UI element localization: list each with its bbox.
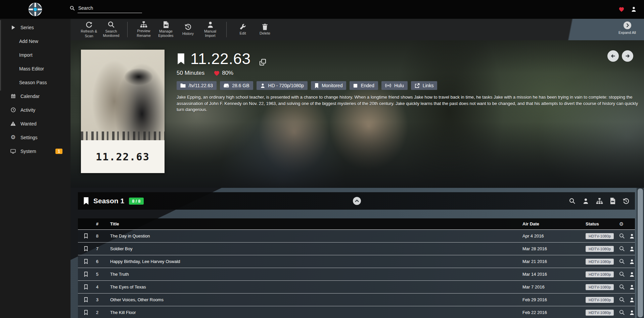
copy-icon[interactable] [259,59,266,66]
episode-search-icon[interactable] [619,310,625,315]
donate-heart-icon[interactable] [618,7,625,12]
episode-interactive-search-icon[interactable] [629,233,635,239]
path-badge[interactable]: /tv/11.22.63 [177,81,217,90]
episode-number: 3 [94,297,109,302]
sidebar-item-mass-editor[interactable]: Mass Editor [0,62,71,75]
episode-interactive-search-icon[interactable] [629,246,635,252]
person-icon [260,83,265,88]
episode-row[interactable]: 8 The Day in Question Apr 4 2016 HDTV-10… [78,230,635,243]
status-badge[interactable]: Ended [350,81,378,90]
scrollbar-thumb[interactable] [638,189,643,317]
season-header[interactable]: Season 1 8 / 8 [78,192,635,210]
series-runtime: 50 Minutes [177,70,204,76]
quality-profile-badge[interactable]: HD - 720p/1080p [257,81,308,90]
episode-row[interactable]: 3 Other Voices, Other Rooms Feb 29 2016 … [78,294,635,306]
number-column-header[interactable]: # [94,221,109,226]
episode-title[interactable]: Happy Birthday, Lee Harvey Oswald [109,259,520,264]
sidebar-item-add-new[interactable]: Add New [0,34,71,48]
table-options-gear-icon[interactable]: ⚙ [619,221,624,227]
monitored-bookmark-icon[interactable] [177,53,185,64]
episode-title[interactable]: The Day in Question [109,233,520,238]
sidebar-scrollbar[interactable] [0,20,1,91]
season-monitored-bookmark-icon[interactable] [83,197,89,205]
episode-monitor-toggle-icon[interactable] [84,246,88,251]
sidebar-item-system[interactable]: System 1 [0,144,71,158]
episode-search-icon[interactable] [619,271,625,277]
global-search [70,4,142,13]
sidebar-item-label: Mass Editor [19,66,44,71]
monitored-badge[interactable]: Monitored [311,81,346,90]
season-rename-icon[interactable] [596,198,603,204]
network-badge[interactable]: Hulu [381,81,408,90]
series-overview: Jake Epping, an ordinary high school tea… [177,94,639,113]
search-input[interactable] [78,4,142,13]
episode-quality-badge: HDTV-1080p [586,271,614,277]
preview-rename-button[interactable]: Preview Rename [133,21,154,38]
episode-title[interactable]: The Truth [109,272,520,277]
refresh-scan-button[interactable]: Refresh & Scan [78,21,100,38]
episode-monitor-toggle-icon[interactable] [84,297,88,302]
next-series-button[interactable] [622,50,633,62]
episode-search-icon[interactable] [619,297,625,303]
sidebar-item-activity[interactable]: Activity [0,103,71,117]
episode-search-icon[interactable] [619,233,625,239]
episode-monitor-toggle-icon[interactable] [84,259,88,264]
sidebar-item-season-pass[interactable]: Season Pass [0,75,71,89]
series-details: 11.22.63 50 Minutes 80% /tv/11.22.63 28.… [177,50,639,113]
episode-air-date: Mar 21 2016 [520,259,580,264]
episode-rows: 8 The Day in Question Apr 4 2016 HDTV-10… [78,230,635,318]
episode-monitor-toggle-icon[interactable] [84,233,88,238]
episode-number: 2 [94,310,109,315]
season-history-icon[interactable] [623,198,630,205]
manual-import-button[interactable]: Manual Import [199,21,221,38]
season-interactive-search-icon[interactable] [583,198,589,204]
size-badge[interactable]: 28.6 GB [220,81,253,90]
search-monitored-button[interactable]: Search Monitored [100,21,122,38]
episode-monitor-toggle-icon[interactable] [84,284,88,289]
episode-search-icon[interactable] [619,246,625,252]
history-button[interactable]: History [177,23,199,36]
expand-all-button[interactable]: Expand All [618,21,636,35]
sidebar-item-import[interactable]: Import [0,48,71,62]
episode-row[interactable]: 6 Happy Birthday, Lee Harvey Oswald Mar … [78,255,635,268]
title-column-header[interactable]: Title [109,221,520,226]
episode-monitor-toggle-icon[interactable] [84,272,88,277]
edit-button[interactable]: Edit [232,23,254,36]
air-date-column-header[interactable]: Air Date [520,221,580,226]
episode-search-icon[interactable] [619,284,625,290]
episode-interactive-search-icon[interactable] [629,297,635,303]
links-badge[interactable]: Links [411,81,438,90]
series-title: 11.22.63 [190,50,251,68]
status-column-header[interactable]: Status [580,221,617,226]
sidebar-item-wanted[interactable]: Wanted [0,117,71,130]
chevron-right-circle-icon [623,21,632,30]
user-account-icon[interactable] [631,6,637,12]
episode-interactive-search-icon[interactable] [629,272,635,277]
episode-title[interactable]: Soldier Boy [109,246,520,251]
episode-interactive-search-icon[interactable] [629,259,635,264]
episode-search-icon[interactable] [619,259,625,264]
series-rating: 80% [222,70,233,76]
episode-row[interactable]: 5 The Truth Mar 14 2016 HDTV-1080p [78,268,635,281]
sidebar-item-calendar[interactable]: Calendar [0,89,71,103]
episode-row[interactable]: 7 Soldier Boy Mar 28 2016 HDTV-1080p [78,243,635,255]
episode-interactive-search-icon[interactable] [629,284,635,290]
content-scrollbar[interactable] [637,188,644,318]
episode-title[interactable]: The Eyes of Texas [109,284,520,289]
series-poster[interactable]: 11.22.63 [81,50,165,173]
season-search-icon[interactable] [569,198,576,204]
episode-monitor-toggle-icon[interactable] [84,310,88,315]
episode-title[interactable]: The Kill Floor [109,310,520,315]
sidebar-item-settings[interactable]: ⚙ Settings [0,130,71,144]
episode-title[interactable]: Other Voices, Other Rooms [109,297,520,302]
collapse-season-button[interactable] [353,197,361,205]
manage-episodes-button[interactable]: Manage Episodes [155,21,177,38]
episode-row[interactable]: 2 The Kill Floor Feb 22 2016 HDTV-1080p [78,306,635,318]
sidebar-item-series[interactable]: Series [0,20,71,34]
delete-button[interactable]: Delete [254,23,276,36]
season-file-icon[interactable] [610,198,615,204]
episode-interactive-search-icon[interactable] [629,310,635,315]
previous-series-button[interactable] [607,50,619,62]
app-logo-icon[interactable] [28,2,42,16]
episode-row[interactable]: 4 The Eyes of Texas Mar 7 2016 HDTV-1080… [78,281,635,294]
